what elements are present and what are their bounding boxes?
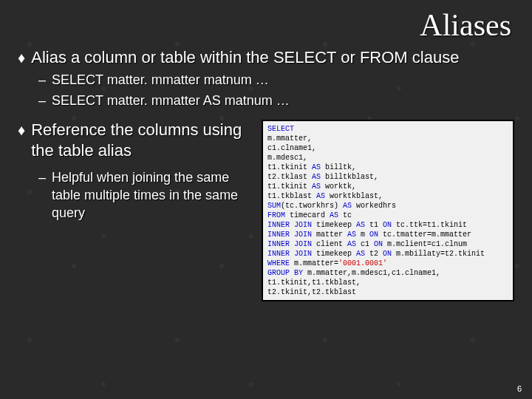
dash-icon: – <box>38 71 46 89</box>
bullet-1-sub-2: – SELECT matter. mmatter AS matnum … <box>38 92 514 109</box>
page-number: 6 <box>517 384 522 393</box>
lower-left: ♦ Reference the columns using the table … <box>18 120 262 222</box>
bullet-1: ♦ Alias a column or table within the SEL… <box>18 47 514 68</box>
sql-code-block: SELECT m.mmatter, c1.clname1, m.mdesc1, … <box>262 120 514 301</box>
bullet-1-sub-2-text: SELECT matter. mmatter AS matnum … <box>52 92 290 109</box>
dash-icon: – <box>38 168 46 186</box>
bullet-1-sub-1-text: SELECT matter. mmatter matnum … <box>52 71 269 89</box>
slide: Aliases ♦ Alias a column or table within… <box>0 0 532 399</box>
lower-row: ♦ Reference the columns using the table … <box>18 120 514 301</box>
bullet-1-text: Alias a column or table within the SELEC… <box>31 47 459 68</box>
diamond-icon: ♦ <box>18 120 25 140</box>
bullet-2-sub-1: – Helpful when joining the same table mu… <box>38 168 262 222</box>
diamond-icon: ♦ <box>18 47 25 68</box>
bullet-2: ♦ Reference the columns using the table … <box>18 120 262 161</box>
dash-icon: – <box>38 92 46 109</box>
slide-title: Aliases <box>18 7 514 43</box>
bullet-1-sub-1: – SELECT matter. mmatter matnum … <box>38 71 514 89</box>
bullet-2-sub-1-text: Helpful when joining the same table mult… <box>52 168 262 222</box>
bullet-2-text: Reference the columns using the table al… <box>31 120 262 161</box>
